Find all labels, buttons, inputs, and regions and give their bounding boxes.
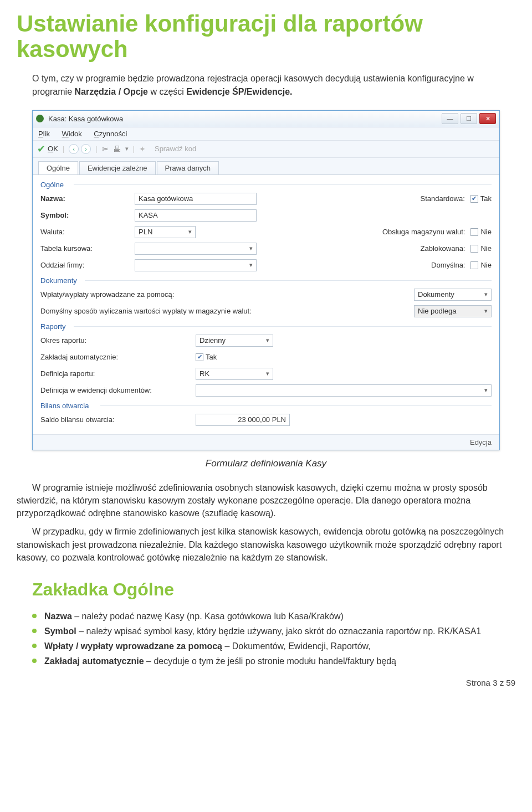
ok-button[interactable]: ✔ OK bbox=[37, 143, 58, 155]
label-zablokowana: Zablokowana: bbox=[421, 244, 466, 253]
tab-prawa[interactable]: Prawa danych bbox=[157, 161, 219, 174]
tab-ogolne[interactable]: Ogólne bbox=[38, 161, 78, 174]
form-body: Ogólne Nazwa: Standardowa: ✔ Tak Symbol:… bbox=[33, 174, 499, 434]
list-item-text: – należy podać nazwę Kasy (np. Kasa gotó… bbox=[72, 611, 344, 621]
obsluga-checkbox[interactable]: Nie bbox=[470, 228, 492, 236]
domyslna-checkbox[interactable]: Nie bbox=[470, 261, 492, 269]
label-wplaty: Wpłaty/wypłaty wprowadzane za pomocą: bbox=[40, 290, 290, 299]
print-button[interactable]: 🖶 bbox=[113, 145, 121, 153]
ok-label: OK bbox=[48, 145, 58, 153]
label-obsluga: Obsługa magazynu walut: bbox=[382, 228, 466, 236]
intro-text-2: w części bbox=[150, 87, 186, 96]
okres-select[interactable]: Dzienny bbox=[196, 335, 273, 347]
list-item-bold: Wpłaty / wypłaty wprowadzane za pomocą bbox=[44, 641, 222, 651]
list-item: Symbol – należy wpisać symbol kasy, któr… bbox=[32, 625, 515, 638]
label-symbol: Symbol: bbox=[40, 211, 135, 219]
window-controls: — ☐ ✕ bbox=[442, 113, 496, 124]
app-window: Kasa: Kasa gotówkowa — ☐ ✕ Plik Widok Cz… bbox=[32, 110, 500, 450]
title-bar: Kasa: Kasa gotówkowa — ☐ ✕ bbox=[33, 111, 499, 127]
list-item-bold: Nazwa bbox=[44, 611, 72, 621]
nav-arrows: ‹ › bbox=[69, 144, 91, 154]
window-title: Kasa: Kasa gotówkowa bbox=[48, 115, 123, 123]
label-domyslna: Domyślna: bbox=[431, 261, 465, 269]
nav-forward-button[interactable]: › bbox=[81, 144, 91, 154]
zablokowana-checkbox[interactable]: Nie bbox=[470, 244, 492, 253]
menu-widok[interactable]: Widok bbox=[62, 130, 82, 138]
label-tabela: Tabela kursowa: bbox=[40, 244, 135, 253]
definicja-select[interactable]: RK bbox=[196, 368, 273, 380]
section-heading-ogolne: Zakładka Ogólne bbox=[32, 579, 515, 600]
zablokowana-value: Nie bbox=[480, 244, 492, 253]
checkbox-icon bbox=[470, 245, 478, 253]
sposob-select: Nie podlega bbox=[414, 305, 492, 317]
minimize-button[interactable]: — bbox=[442, 113, 458, 124]
symbol-input[interactable] bbox=[135, 209, 257, 222]
toolbar-dropdown-icon[interactable]: ▾ bbox=[125, 145, 129, 152]
list-item: Zakładaj automatycznie – decyduje o tym … bbox=[32, 655, 515, 667]
checkbox-icon bbox=[470, 228, 478, 236]
list-item-bold: Zakładaj automatycznie bbox=[44, 656, 144, 666]
tab-strip: Ogólne Ewidencje zależne Prawa danych bbox=[33, 158, 499, 174]
page-title: Ustawianie konfiguracji dla raportów kas… bbox=[17, 11, 515, 62]
toolbar-separator: | bbox=[133, 145, 135, 153]
label-nazwa: Nazwa: bbox=[40, 194, 135, 203]
body-paragraph-2: W przypadku, gdy w firmie zdefiniowanych… bbox=[17, 525, 515, 564]
label-oddzial: Oddział firmy: bbox=[40, 261, 135, 269]
nazwa-input[interactable] bbox=[135, 193, 257, 205]
status-bar: Edycja bbox=[33, 434, 499, 450]
close-button[interactable]: ✕ bbox=[479, 113, 496, 124]
nav-back-button[interactable]: ‹ bbox=[69, 144, 79, 154]
label-definicja-ew: Definicja w ewidencji dokumentów: bbox=[40, 386, 196, 394]
zakladaj-checkbox[interactable]: ✔ Tak bbox=[196, 353, 217, 361]
fieldset-dokumenty: Dokumenty Wpłaty/wypłaty wprowadzane za … bbox=[40, 276, 492, 318]
domyslna-value: Nie bbox=[480, 261, 492, 269]
intro-paragraph: O tym, czy w programie będzie prowadzona… bbox=[32, 72, 515, 97]
check-icon: ✔ bbox=[37, 143, 45, 155]
zakladaj-value: Tak bbox=[206, 353, 217, 361]
waluta-select[interactable]: PLN bbox=[135, 226, 196, 238]
section-label-dokumenty: Dokumenty bbox=[40, 276, 492, 285]
checkbox-icon bbox=[470, 261, 478, 269]
label-waluta: Waluta: bbox=[40, 228, 135, 236]
definicja-ew-select[interactable] bbox=[196, 384, 492, 397]
menu-bar: Plik Widok Czynności bbox=[33, 127, 499, 141]
list-item-text: – Dokumentów, Ewidencji, Raportów, bbox=[222, 641, 371, 651]
tools-button[interactable]: ✂ bbox=[102, 145, 109, 153]
list-item-bold: Symbol bbox=[44, 626, 76, 636]
list-item-text: – decyduje o tym że jeśli po stronie mod… bbox=[144, 656, 396, 666]
section-label-bilans: Bilans otwarcia bbox=[40, 402, 492, 410]
checkbox-icon: ✔ bbox=[470, 195, 478, 203]
sprawdz-kod-button[interactable]: Sprawdź kod bbox=[155, 145, 196, 153]
tab-ewidencje[interactable]: Ewidencje zależne bbox=[79, 161, 156, 174]
body-paragraph-1: W programie istnieje możliwość zdefiniow… bbox=[17, 481, 515, 520]
page-footer: Strona 3 z 59 bbox=[17, 678, 515, 687]
label-definicja: Definicja raportu: bbox=[40, 369, 196, 378]
intro-bold-1: Narzędzia / Opcje bbox=[74, 87, 148, 96]
obsluga-value: Nie bbox=[480, 228, 492, 236]
label-sposob: Domyślny sposób wyliczania wartości wypł… bbox=[40, 307, 290, 315]
section-label-ogolne: Ogólne bbox=[40, 181, 492, 189]
saldo-input[interactable] bbox=[196, 414, 290, 426]
standardowa-checkbox[interactable]: ✔ Tak bbox=[470, 194, 492, 203]
oddzial-select[interactable] bbox=[135, 259, 257, 271]
label-okres: Okres raportu: bbox=[40, 336, 196, 345]
list-item: Nazwa – należy podać nazwę Kasy (np. Kas… bbox=[32, 610, 515, 623]
maximize-button[interactable]: ☐ bbox=[461, 113, 477, 124]
toolbar-separator: | bbox=[63, 145, 64, 153]
list-item: Wpłaty / wypłaty wprowadzane za pomocą –… bbox=[32, 640, 515, 652]
status-text: Edycja bbox=[470, 438, 492, 446]
tabela-select[interactable] bbox=[135, 243, 257, 255]
menu-plik[interactable]: Plik bbox=[38, 130, 50, 138]
figure-caption: Formularz definiowania Kasy bbox=[17, 458, 515, 469]
toolbar-separator: | bbox=[95, 145, 97, 153]
wplaty-select[interactable]: Dokumenty bbox=[414, 289, 492, 301]
app-icon bbox=[36, 115, 44, 122]
wand-icon[interactable]: ✦ bbox=[139, 145, 146, 153]
section-label-raporty: Raporty bbox=[40, 322, 492, 331]
label-saldo: Saldo bilansu otwarcia: bbox=[40, 415, 196, 424]
list-item-text: – należy wpisać symbol kasy, który będzi… bbox=[76, 626, 481, 636]
label-zakladaj: Zakładaj automatycznie: bbox=[40, 353, 196, 361]
intro-bold-2: Ewidencje ŚP/Ewidencje. bbox=[186, 87, 292, 96]
bullets-list: Nazwa – należy podać nazwę Kasy (np. Kas… bbox=[17, 610, 515, 668]
menu-czynnosci[interactable]: Czynności bbox=[94, 130, 127, 138]
